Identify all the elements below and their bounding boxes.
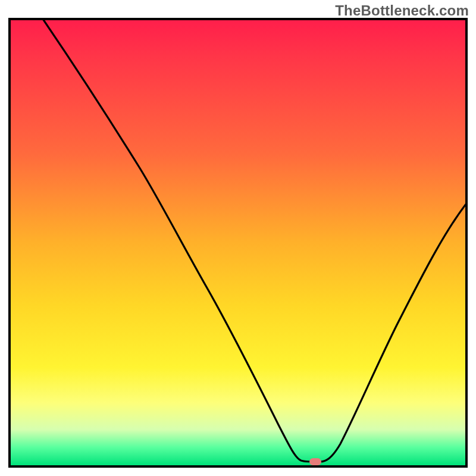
watermark-label: TheBottleneck.com	[335, 2, 469, 19]
optimal-marker	[309, 458, 321, 465]
bottleneck-curve	[11, 20, 465, 465]
plot-frame	[8, 18, 468, 468]
curve-path	[40, 18, 468, 462]
